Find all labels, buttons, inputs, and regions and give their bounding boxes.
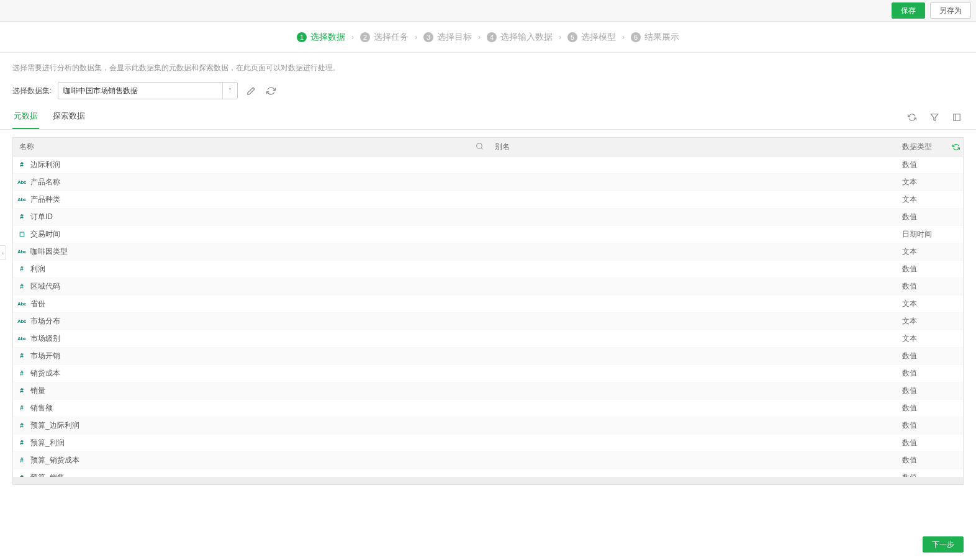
svg-rect-1 — [954, 114, 960, 121]
number-type-icon: # — [17, 457, 27, 464]
dataset-input[interactable] — [58, 82, 238, 99]
tab-explore[interactable]: 探索数据 — [52, 106, 86, 129]
field-name: 订单ID — [30, 212, 53, 222]
expand-icon[interactable] — [950, 111, 964, 124]
step-5[interactable]: 5选择模型 — [567, 32, 616, 43]
step-label: 选择任务 — [374, 32, 409, 43]
number-type-icon: # — [17, 440, 27, 446]
edit-icon[interactable] — [244, 84, 258, 97]
table-row[interactable]: #销货成本数值 — [13, 365, 963, 382]
field-name: 市场开销 — [30, 351, 60, 361]
horizontal-scrollbar[interactable] — [13, 477, 963, 484]
field-name: 预算_销售 — [30, 472, 65, 477]
left-panel-toggle[interactable]: ‹ — [0, 245, 6, 260]
step-1[interactable]: 1选择数据 — [297, 32, 345, 43]
field-name: 市场分布 — [30, 316, 60, 327]
field-type: 日期时间 — [900, 229, 963, 240]
tab-metadata[interactable]: 元数据 — [12, 106, 39, 129]
field-type: 数值 — [900, 438, 963, 448]
save-as-button[interactable]: 另存为 — [930, 2, 971, 19]
field-type: 数值 — [900, 351, 963, 361]
table-row[interactable]: Abc省份文本 — [13, 296, 963, 313]
col-refresh-icon[interactable] — [949, 143, 963, 151]
table-row[interactable]: Abc市场级别文本 — [13, 330, 963, 348]
save-button[interactable]: 保存 — [892, 2, 925, 19]
table-row[interactable]: ☐交易时间日期时间 — [13, 226, 963, 243]
number-type-icon: # — [17, 474, 27, 477]
field-type: 文本 — [900, 194, 963, 205]
chevron-right-icon: › — [559, 33, 561, 42]
step-label: 选择目标 — [437, 32, 472, 43]
table-row[interactable]: #边际利润数值 — [13, 156, 963, 174]
table-row[interactable]: Abc产品名称文本 — [13, 174, 963, 191]
text-type-icon: Abc — [17, 336, 27, 341]
field-name: 产品名称 — [30, 177, 60, 187]
step-3[interactable]: 3选择目标 — [423, 32, 472, 43]
step-badge: 5 — [567, 32, 577, 42]
field-name: 预算_边际利润 — [30, 420, 79, 431]
field-name: 销量 — [30, 386, 45, 396]
dataset-select[interactable]: ˅ — [58, 82, 238, 99]
table-row[interactable]: #预算_销售数值 — [13, 469, 963, 477]
dropdown-caret-icon[interactable]: ˅ — [222, 83, 237, 99]
field-name: 区域代码 — [30, 281, 60, 292]
table-row[interactable]: #订单ID数值 — [13, 209, 963, 226]
text-type-icon: Abc — [17, 179, 27, 185]
step-label: 选择模型 — [581, 32, 616, 43]
table-body: #边际利润数值Abc产品名称文本Abc产品种类文本#订单ID数值☐交易时间日期时… — [13, 156, 963, 477]
table-row[interactable]: #销售额数值 — [13, 400, 963, 417]
table-row[interactable]: Abc市场分布文本 — [13, 313, 963, 330]
text-type-icon: Abc — [17, 197, 27, 202]
table-row[interactable]: #预算_利润数值 — [13, 435, 963, 452]
number-type-icon: # — [17, 370, 27, 377]
number-type-icon: # — [17, 405, 27, 412]
field-name: 销售额 — [30, 403, 53, 413]
table-row[interactable]: #区域代码数值 — [13, 278, 963, 296]
step-4[interactable]: 4选择输入数据 — [487, 32, 553, 43]
field-name: 市场级别 — [30, 333, 60, 344]
number-type-icon: # — [17, 353, 27, 359]
field-type: 数值 — [900, 212, 963, 222]
table-row[interactable]: #利润数值 — [13, 261, 963, 278]
chevron-right-icon: › — [415, 33, 417, 42]
filter-icon[interactable] — [928, 111, 941, 124]
step-2[interactable]: 2选择任务 — [360, 32, 409, 43]
field-name: 省份 — [30, 299, 45, 309]
tabs: 元数据 探索数据 — [0, 106, 976, 130]
field-type: 文本 — [900, 246, 963, 257]
table-row[interactable]: #预算_边际利润数值 — [13, 417, 963, 435]
field-type: 数值 — [900, 420, 963, 431]
field-type: 文本 — [900, 333, 963, 344]
dataset-label: 选择数据集: — [12, 86, 52, 96]
table-row[interactable]: #销量数值 — [13, 382, 963, 400]
number-type-icon: # — [17, 387, 27, 394]
step-label: 选择数据 — [310, 32, 345, 43]
refresh-dataset-icon[interactable] — [264, 84, 278, 97]
step-6[interactable]: 6结果展示 — [631, 32, 679, 43]
field-type: 数值 — [900, 264, 963, 274]
col-header-alias: 别名 — [490, 142, 900, 152]
number-type-icon: # — [17, 266, 27, 273]
table-header: 名称 别名 数据类型 — [13, 138, 963, 156]
step-label: 选择输入数据 — [500, 32, 553, 43]
field-name: 交易时间 — [30, 229, 60, 240]
chevron-right-icon: › — [478, 33, 481, 42]
footer: 下一步 — [0, 529, 976, 560]
number-type-icon: # — [17, 422, 27, 429]
table-row[interactable]: #预算_销货成本数值 — [13, 452, 963, 469]
svg-marker-0 — [931, 114, 938, 121]
field-name: 销货成本 — [30, 368, 60, 379]
table-row[interactable]: Abc咖啡因类型文本 — [13, 243, 963, 261]
table-row[interactable]: Abc产品种类文本 — [13, 191, 963, 209]
search-icon[interactable] — [476, 142, 484, 152]
number-type-icon: # — [17, 283, 27, 290]
table-row[interactable]: #市场开销数值 — [13, 348, 963, 365]
col-header-type: 数据类型 — [900, 142, 949, 152]
refresh-icon[interactable] — [905, 111, 919, 124]
step-badge: 3 — [423, 32, 433, 42]
next-button[interactable]: 下一步 — [923, 536, 964, 553]
step-badge: 1 — [297, 32, 307, 42]
data-table: 名称 别名 数据类型 #边际利润数值Abc产品名称文本Abc产品种类文本#订单I… — [12, 137, 964, 485]
step-label: 结果展示 — [644, 32, 679, 43]
field-type: 数值 — [900, 160, 963, 170]
